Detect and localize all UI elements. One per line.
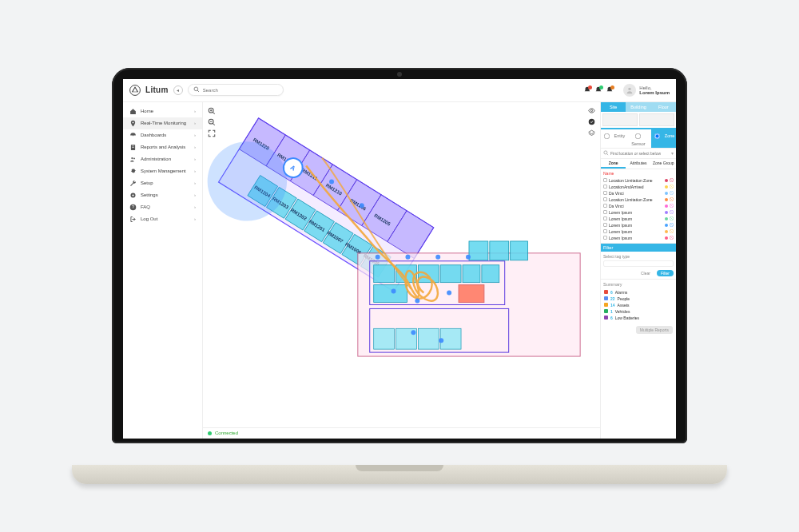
profile-block[interactable]: Hello, Lorem Ipsum [623,84,670,97]
zone-action-icon[interactable] [670,229,674,233]
mode-tab-zone[interactable]: Zone [651,129,676,148]
zone-checkbox[interactable] [603,210,607,214]
svg-text:?: ? [132,204,134,209]
zone-action-icon[interactable] [670,236,674,240]
zone-color-dot [665,217,668,220]
sub-tab-zone-group[interactable]: Zone Group [651,159,676,169]
zone-checkbox[interactable] [603,191,607,195]
summary-row-people[interactable]: 22People [604,296,673,302]
filter-apply-button[interactable]: Filter [657,270,674,276]
multiple-reports-button[interactable]: Multiple Reports [636,326,673,334]
gauge-icon [129,132,137,139]
summary-color-icon [604,316,608,320]
sidebar-item-administration[interactable]: Administration› [123,153,202,165]
sub-tab-attributes[interactable]: Attributes [626,159,650,169]
zone-color-dot [665,224,668,227]
mode-radio[interactable] [604,133,610,139]
summary-row-vehicles[interactable]: 1Vehicles [604,308,673,315]
zone-action-icon[interactable] [670,210,674,214]
zone-checkbox[interactable] [603,223,607,227]
sidebar-item-system-management[interactable]: System Management› [123,165,202,177]
zone-row[interactable]: Lorem Ipsum [603,235,674,241]
sidebar-item-home[interactable]: Home› [123,105,202,117]
report-icon [129,144,137,151]
svg-rect-68 [374,284,407,302]
sidebar-item-label: Dashboards [141,133,166,137]
floor-thumb[interactable] [639,113,674,126]
summary-row-low-batteries[interactable]: 6Low Batteries [604,315,673,321]
svg-point-11 [131,157,133,159]
chevron-down-icon[interactable]: ▾ [671,151,674,156]
sidebar-collapse-button[interactable]: ◂ [173,85,183,95]
map-canvas[interactable]: RM1228RM1222RM1211RM1210RM1206RM1205RM12… [203,102,600,427]
mode-radio[interactable] [635,133,641,139]
filter-header: Filter [601,244,676,252]
zone-sub-tabs: ZoneAttributesZone Group [601,159,676,169]
zone-action-icon[interactable] [670,191,674,195]
svg-point-3 [194,87,198,91]
zone-row[interactable]: Lorem Ipsum [603,228,674,235]
zone-action-icon[interactable] [670,223,674,227]
zone-action-icon[interactable] [670,216,674,220]
svg-line-4 [197,90,199,92]
zone-row[interactable]: Lorem Ipsum [603,209,674,216]
svg-rect-77 [440,328,461,349]
alert-bell-1[interactable] [583,86,591,94]
sidebar-item-dashboards[interactable]: Dashboards› [123,129,202,141]
location-tab-floor[interactable]: Floor [651,102,676,112]
search-box[interactable] [188,84,284,96]
zone-checkbox[interactable] [603,236,607,240]
sidebar-item-settings[interactable]: Settings› [123,189,202,201]
svg-line-100 [671,205,673,207]
floor-thumbnails[interactable] [601,112,676,129]
location-tab-building[interactable]: Building [626,102,650,112]
zone-color-dot [665,192,668,195]
svg-point-79 [405,255,410,260]
zone-checkbox[interactable] [603,216,607,220]
svg-rect-69 [469,241,488,260]
zone-row[interactable]: Lorem Ipsum [603,216,674,222]
zone-name: Lorem Ipsum [609,223,663,228]
alert-bell-2[interactable] [594,86,602,94]
mode-tab-sensor[interactable]: Sensor [626,129,650,148]
summary-label: Vehicles [615,309,630,314]
summary-row-assets[interactable]: 14Assets [604,302,673,308]
zone-row[interactable]: Da Vinci [603,203,674,209]
mode-radio[interactable] [654,133,660,139]
zone-checkbox[interactable] [603,204,607,208]
sidebar-item-setup[interactable]: Setup› [123,177,202,189]
filter-select[interactable] [603,260,674,267]
sidebar-item-faq[interactable]: ?FAQ› [123,201,202,213]
svg-point-86 [360,203,364,208]
svg-point-83 [392,288,396,293]
zone-action-icon[interactable] [670,197,674,201]
location-tab-site[interactable]: Site [601,102,626,112]
zone-row[interactable]: Da Vinci [603,190,674,197]
find-location-input[interactable] [610,151,670,156]
search-input[interactable] [203,88,278,93]
zone-row[interactable]: Location Limitation Zone [603,177,674,184]
admin-icon [129,156,137,163]
zone-action-icon[interactable] [670,178,674,182]
zone-checkbox[interactable] [603,197,607,201]
zone-checkbox[interactable] [603,178,607,182]
chevron-right-icon: › [194,133,196,137]
zone-row[interactable]: Location Limitation Zone [603,197,674,203]
summary-count: 6 [610,316,613,320]
zone-checkbox[interactable] [603,185,607,189]
zone-row[interactable]: Lorem Ipsum [603,222,674,228]
floor-thumb[interactable] [602,113,638,126]
summary-row-alarms[interactable]: 6Alarms [604,289,673,296]
zone-checkbox[interactable] [603,229,607,233]
alert-bell-3[interactable] [606,86,614,94]
svg-line-106 [671,224,673,226]
filter-clear-button[interactable]: Clear [637,270,654,276]
zone-row[interactable]: LocationAndArrived [603,184,674,190]
zone-action-icon[interactable] [670,185,674,189]
sidebar-item-real-time-monitoring[interactable]: Real-Time Monitoring› [123,117,202,129]
sub-tab-zone[interactable]: Zone [601,159,626,169]
sidebar-item-reports-and-analysis[interactable]: Reports and Analysis› [123,141,202,153]
zone-action-icon[interactable] [670,204,674,208]
mode-tab-entity[interactable]: Entity [601,129,626,148]
sidebar-item-log-out[interactable]: Log Out› [123,213,202,225]
